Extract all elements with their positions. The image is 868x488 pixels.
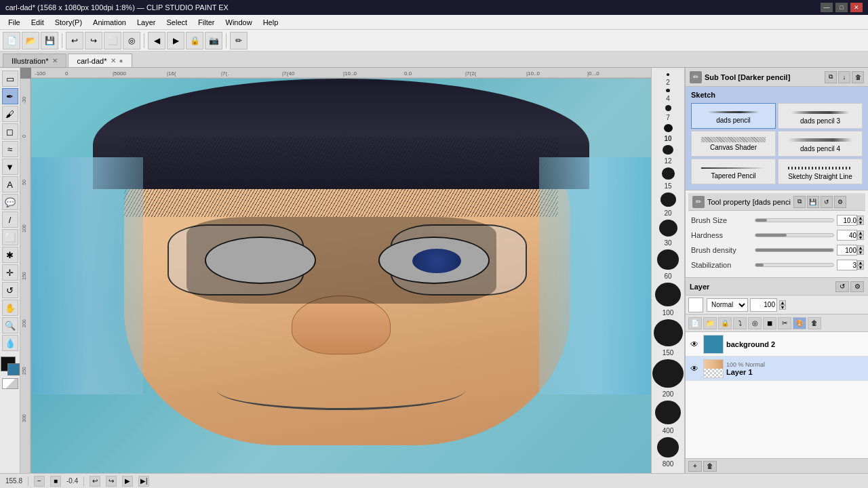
pen-tool[interactable]: ✒ — [2, 88, 18, 104]
rotate-button[interactable]: ◎ — [123, 32, 140, 49]
brush-size-7[interactable] — [665, 105, 671, 110]
statusbar-nav-fwd[interactable]: ↪ — [106, 476, 117, 487]
brush-density-down[interactable]: ▼ — [857, 250, 864, 255]
open-button[interactable]: 📂 — [22, 32, 39, 49]
hardness-down[interactable]: ▼ — [857, 235, 864, 240]
brush-size-200[interactable] — [652, 359, 684, 388]
tool-prop-save-btn[interactable]: 💾 — [807, 196, 819, 208]
layer-opacity-up[interactable]: ▲ — [779, 300, 786, 305]
line-tool[interactable]: / — [2, 211, 18, 228]
menu-story[interactable]: Story(P) — [50, 17, 87, 28]
layer-vis-layer1[interactable]: 👁 — [688, 363, 701, 375]
blend-mode-select[interactable]: Normal Multiply Screen Overlay — [707, 298, 748, 312]
brush-size-4[interactable] — [666, 89, 670, 93]
statusbar-nav-end[interactable]: ▶| — [138, 476, 149, 487]
layer-trash-btn[interactable]: 🗑 — [703, 461, 717, 472]
subtool-delete-btn[interactable]: 🗑 — [852, 71, 864, 83]
stabilization-down[interactable]: ▼ — [857, 265, 864, 270]
zoom-tool[interactable]: 🔍 — [2, 317, 18, 333]
rect-select-tool[interactable]: ⬜ — [2, 229, 18, 245]
layer-color-btn[interactable]: 🎨 — [793, 317, 806, 329]
brush-size-60[interactable] — [657, 249, 679, 270]
checkerboard-swatch[interactable] — [2, 378, 18, 389]
close-illustration-icon[interactable]: ✕ — [52, 57, 58, 64]
menu-layer[interactable]: Layer — [132, 17, 161, 28]
layer-refresh-btn[interactable]: ↺ — [835, 281, 849, 292]
hand-tool[interactable]: ✋ — [2, 300, 18, 316]
statusbar-nav-back[interactable]: ↩ — [90, 476, 100, 487]
layer-item-layer1[interactable]: 👁 100 % Normal Layer 1 — [686, 357, 868, 381]
brush-size-100[interactable] — [655, 283, 681, 306]
brush-size-2[interactable] — [667, 73, 669, 76]
layer-opacity-input[interactable] — [750, 298, 777, 312]
brush-size-15[interactable] — [662, 167, 675, 180]
layer-lock-btn[interactable]: 🔒 — [718, 317, 732, 329]
brush-density-up[interactable]: ▲ — [857, 245, 864, 250]
undo-button[interactable]: ↩ — [66, 32, 83, 49]
layer-clip-btn[interactable]: ✂ — [778, 317, 791, 329]
eyedrop-tool[interactable]: 💧 — [2, 335, 18, 351]
lock-button[interactable]: 🔒 — [186, 32, 203, 49]
layer-ref-btn[interactable]: ◎ — [748, 317, 762, 329]
move-tool[interactable]: ✛ — [2, 264, 18, 281]
layer-vis-background2[interactable]: 👁 — [688, 338, 701, 350]
brush-density-input[interactable] — [837, 245, 857, 256]
layer-opacity-down[interactable]: ▼ — [779, 305, 786, 310]
menu-help[interactable]: Help — [258, 17, 284, 28]
rotate-tool[interactable]: ↺ — [2, 282, 18, 298]
hardness-input[interactable] — [837, 230, 857, 241]
brush-tapered-pencil[interactable]: Tapered Pencil — [691, 159, 776, 184]
brush-sketchy-line[interactable]: Sketchy Straight Line — [778, 159, 863, 184]
statusbar-nav-stop[interactable]: ■ — [50, 476, 61, 487]
close-carldad-icon[interactable]: ✕ — [111, 57, 116, 64]
subtool-copy-btn[interactable]: ⧉ — [825, 71, 837, 83]
menu-select[interactable]: Select — [161, 17, 193, 28]
nav-left-button[interactable]: ◀ — [148, 32, 165, 49]
background-color[interactable] — [7, 363, 20, 375]
eraser-tool[interactable]: ◻ — [2, 123, 18, 140]
tool-prop-reset-btn[interactable]: ↺ — [821, 196, 833, 208]
canvas-content[interactable] — [31, 79, 651, 473]
subtool-import-btn[interactable]: ↓ — [838, 71, 850, 83]
layer-folder-btn[interactable]: 📁 — [703, 317, 717, 329]
layer-merge-btn[interactable]: ⤵ — [733, 317, 747, 329]
menu-window[interactable]: Window — [220, 17, 258, 28]
brush-size-150[interactable] — [654, 319, 683, 346]
lasso-tool[interactable]: ✱ — [2, 247, 18, 263]
brush-size-10[interactable] — [664, 124, 673, 132]
transform-button[interactable]: ⬜ — [104, 32, 121, 49]
draw-button[interactable]: ✏ — [230, 32, 248, 49]
stabilization-slider[interactable] — [755, 263, 834, 267]
selection-tool[interactable]: ▭ — [2, 70, 18, 87]
minimize-button[interactable]: — — [821, 3, 833, 12]
stabilization-up[interactable]: ▲ — [857, 260, 864, 265]
color-display[interactable] — [1, 357, 20, 375]
layer-mask-btn[interactable]: ◼ — [763, 317, 776, 329]
layer-new-btn[interactable]: 📄 — [688, 317, 702, 329]
tab-illustration[interactable]: Illustration* ✕ — [3, 54, 66, 67]
statusbar-nav-prev[interactable]: − — [34, 476, 45, 487]
brush-size-input[interactable] — [837, 215, 857, 226]
hardness-slider[interactable] — [755, 233, 834, 237]
brush-size-800[interactable] — [657, 437, 679, 458]
brush-size-12[interactable] — [663, 145, 673, 155]
brush-size-down[interactable]: ▼ — [857, 220, 864, 225]
brush-size-30[interactable] — [659, 220, 677, 237]
brush-size-20[interactable] — [660, 192, 676, 207]
tab-carldad[interactable]: carl-dad* ✕ ● — [68, 54, 132, 67]
brush-canvas-shader[interactable]: Canvas Shader — [691, 131, 776, 157]
brush-tool[interactable]: 🖌 — [2, 106, 18, 122]
blend-tool[interactable]: ≈ — [2, 141, 18, 157]
nav-right-button[interactable]: ▶ — [167, 32, 184, 49]
brush-size-400[interactable] — [655, 401, 681, 424]
brush-dads-pencil4[interactable]: dads pencil 4 — [778, 131, 863, 157]
layer-item-background2[interactable]: 👁 background 2 — [686, 332, 868, 357]
layer-add-btn[interactable]: + — [688, 461, 702, 472]
brush-dads-pencil3[interactable]: dads pencil 3 — [778, 103, 863, 129]
maximize-button[interactable]: □ — [835, 3, 848, 12]
text-tool[interactable]: A — [2, 176, 18, 192]
menu-edit[interactable]: Edit — [26, 17, 50, 28]
layer-delete-btn[interactable]: 🗑 — [808, 317, 821, 329]
brush-dads-pencil[interactable]: dads pencil — [691, 103, 776, 129]
tool-prop-copy-btn[interactable]: ⧉ — [793, 196, 806, 208]
